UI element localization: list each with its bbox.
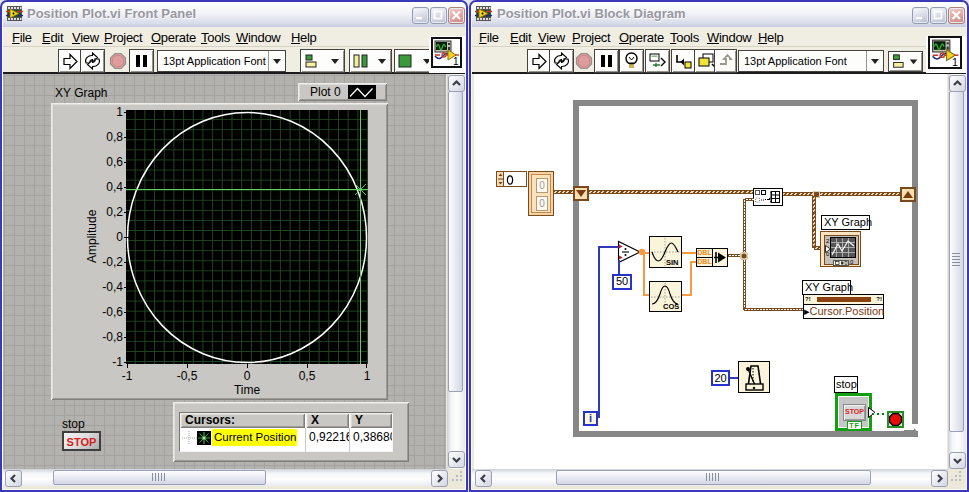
svg-text:2: 2	[826, 238, 830, 244]
svg-text:1: 1	[952, 56, 958, 67]
svg-text:COS: COS	[663, 302, 679, 311]
svg-text:SIN: SIN	[666, 258, 679, 267]
svg-text:1: 1	[453, 56, 459, 66]
